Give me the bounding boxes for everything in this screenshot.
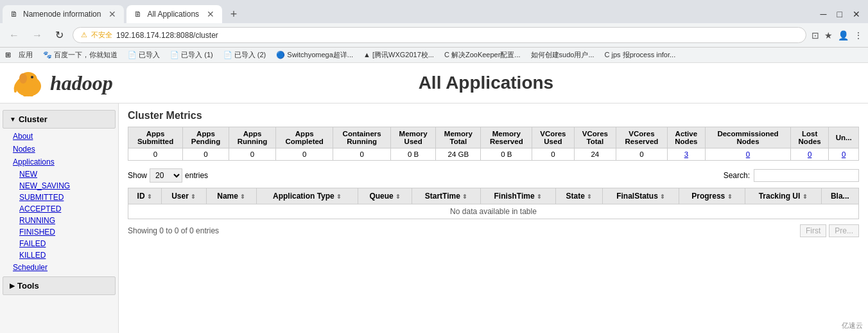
col-header-starttime[interactable]: StartTime ⇕ bbox=[412, 188, 481, 204]
metric-val-vcores-total: 24 bbox=[574, 148, 616, 161]
hadoop-elephant-icon bbox=[9, 67, 48, 99]
hadoop-logo: hadoop bbox=[9, 67, 113, 99]
col-header-bla: Bla... bbox=[821, 188, 858, 204]
tab-allapps-favicon: 🗎 bbox=[134, 10, 142, 19]
bookmark-sudo[interactable]: 如何创建sudo用户... bbox=[528, 50, 597, 60]
no-data-row: No data available in table bbox=[128, 204, 859, 219]
col-header-app-type[interactable]: Application Type ⇕ bbox=[256, 188, 358, 204]
sidebar: ▼ Cluster About Nodes Applications NEW N… bbox=[0, 104, 119, 333]
cluster-header[interactable]: ▼ Cluster bbox=[3, 110, 116, 129]
metric-header-vcores-used: VCoresUsed bbox=[532, 127, 575, 148]
col-header-state[interactable]: State ⇕ bbox=[555, 188, 603, 204]
url-bar[interactable]: ⚠ 不安全 192.168.174.128:8088/cluster bbox=[73, 27, 806, 43]
metric-val-memory-used: 0 B bbox=[391, 148, 436, 161]
translate-icon[interactable]: ⊡ bbox=[812, 30, 819, 40]
account-icon[interactable]: 👤 bbox=[838, 30, 849, 40]
metric-val-apps-completed: 0 bbox=[276, 148, 333, 161]
tab-namenode[interactable]: 🗎 Namenode information ✕ bbox=[3, 5, 124, 23]
metric-header-apps-submitted: AppsSubmitted bbox=[128, 127, 183, 148]
metric-header-active-nodes: ActiveNodes bbox=[667, 127, 705, 148]
tab-favicon: 🗎 bbox=[10, 10, 18, 19]
metrics-row: 0 0 0 0 0 0 B 24 GB 0 B 0 24 0 3 0 0 bbox=[128, 148, 859, 161]
content-area: ▼ Cluster About Nodes Applications NEW N… bbox=[0, 104, 868, 333]
watermark: 亿速云 bbox=[842, 321, 863, 330]
sidebar-item-applications[interactable]: Applications bbox=[0, 156, 118, 168]
bookmark-zookeeper[interactable]: C 解决ZooKeeper配置... bbox=[442, 50, 523, 60]
sidebar-item-about[interactable]: About bbox=[0, 130, 118, 143]
tab-allapps[interactable]: 🗎 All Applications ✕ bbox=[126, 5, 222, 23]
browser-icons: ⊡ ★ 👤 ⋮ bbox=[812, 30, 863, 40]
bookmark-imported1[interactable]: 📄 已导入 bbox=[125, 50, 162, 60]
metric-header-decommissioned-nodes: DecommissionedNodes bbox=[705, 127, 790, 148]
tab-allapps-close[interactable]: ✕ bbox=[207, 9, 214, 19]
page-header: hadoop All Applications bbox=[0, 63, 868, 104]
pagination-buttons: First Pre... bbox=[800, 224, 859, 237]
metric-val-un-nodes[interactable]: 0 bbox=[829, 148, 859, 161]
col-header-tracking-ui[interactable]: Tracking UI ⇕ bbox=[745, 188, 821, 204]
bookmark-icon[interactable]: ★ bbox=[824, 30, 833, 40]
back-button[interactable]: ← bbox=[5, 28, 23, 42]
menu-icon[interactable]: ⋮ bbox=[854, 30, 863, 40]
main-content: Cluster Metrics AppsSubmitted AppsPendin… bbox=[119, 104, 868, 333]
pagination-bar: Showing 0 to 0 of 0 entries First Pre... bbox=[128, 224, 859, 237]
entries-select[interactable]: 20 10 50 100 bbox=[150, 168, 182, 183]
bookmark-yingyong[interactable]: 应用 bbox=[16, 50, 35, 60]
bookmark-tencent[interactable]: ▲ [腾讯WXG2017校... bbox=[361, 50, 437, 60]
metric-val-active-nodes[interactable]: 3 bbox=[667, 148, 705, 161]
sidebar-item-failed[interactable]: FAILED bbox=[0, 238, 118, 249]
show-label: Show bbox=[128, 171, 147, 180]
metric-header-un-nodes: Un... bbox=[829, 127, 859, 148]
col-header-name[interactable]: Name ⇕ bbox=[206, 188, 256, 204]
sidebar-item-new[interactable]: NEW bbox=[0, 168, 118, 180]
no-data-message: No data available in table bbox=[128, 204, 859, 219]
bookmark-imported3[interactable]: 📄 已导入 (2) bbox=[221, 50, 269, 60]
bookmark-jps[interactable]: C jps 报process infor... bbox=[602, 50, 679, 60]
search-input[interactable] bbox=[754, 169, 859, 182]
sidebar-item-finished[interactable]: FINISHED bbox=[0, 226, 118, 238]
sidebar-item-new-saving[interactable]: NEW_SAVING bbox=[0, 180, 118, 192]
col-header-id[interactable]: ID ⇕ bbox=[128, 188, 162, 204]
sidebar-item-nodes[interactable]: Nodes bbox=[0, 143, 118, 156]
tools-section: ▶ Tools bbox=[0, 276, 118, 295]
metric-header-vcores-reserved: VCoresReserved bbox=[616, 127, 668, 148]
tab-namenode-close[interactable]: ✕ bbox=[108, 9, 116, 19]
sidebar-item-scheduler[interactable]: Scheduler bbox=[0, 261, 118, 274]
forward-button[interactable]: → bbox=[28, 28, 46, 42]
refresh-button[interactable]: ↻ bbox=[51, 28, 67, 42]
metric-val-memory-total: 24 GB bbox=[436, 148, 481, 161]
col-header-user[interactable]: User ⇕ bbox=[161, 188, 206, 204]
pagination-info: Showing 0 to 0 of 0 entries bbox=[128, 226, 219, 235]
metric-header-memory-reserved: MemoryReserved bbox=[481, 127, 532, 148]
col-header-progress[interactable]: Progress ⇕ bbox=[679, 188, 745, 204]
sidebar-item-killed[interactable]: KILLED bbox=[0, 249, 118, 261]
sidebar-item-running[interactable]: RUNNING bbox=[0, 215, 118, 226]
address-bar: ← → ↻ ⚠ 不安全 192.168.174.128:8088/cluster… bbox=[0, 23, 868, 48]
search-label: Search: bbox=[724, 171, 750, 180]
window-controls: ─ □ ✕ bbox=[820, 9, 868, 19]
cluster-label: Cluster bbox=[19, 114, 48, 124]
search-box: Search: bbox=[724, 169, 859, 182]
sidebar-item-submitted[interactable]: SUBMITTED bbox=[0, 192, 118, 203]
cluster-metrics-title: Cluster Metrics bbox=[128, 110, 859, 122]
previous-page-button[interactable]: Pre... bbox=[829, 224, 859, 237]
col-header-finalstatus[interactable]: FinalStatus ⇕ bbox=[603, 188, 679, 204]
metric-header-apps-pending: AppsPending bbox=[183, 127, 229, 148]
bookmark-baidu[interactable]: 🐾 百度一下，你就知道 bbox=[40, 50, 120, 60]
bookmarks-bar: ⊞ 应用 🐾 百度一下，你就知道 📄 已导入 📄 已导入 (1) 📄 已导入 (… bbox=[0, 48, 868, 63]
metric-val-apps-running: 0 bbox=[229, 148, 275, 161]
first-page-button[interactable]: First bbox=[800, 224, 826, 237]
page-title: All Applications bbox=[113, 73, 859, 93]
metric-val-memory-reserved: 0 B bbox=[481, 148, 532, 161]
tools-header[interactable]: ▶ Tools bbox=[3, 276, 116, 295]
bookmark-switchyomega[interactable]: 🔵 Switchyomega超详... bbox=[273, 50, 356, 60]
metric-val-decommissioned-nodes[interactable]: 0 bbox=[705, 148, 790, 161]
col-header-queue[interactable]: Queue ⇕ bbox=[358, 188, 412, 204]
cluster-section: ▼ Cluster About Nodes Applications NEW N… bbox=[0, 110, 118, 274]
metric-val-apps-submitted: 0 bbox=[128, 148, 183, 161]
col-header-finishtime[interactable]: FinishTime ⇕ bbox=[480, 188, 555, 204]
metric-val-containers-running: 0 bbox=[333, 148, 391, 161]
sidebar-item-accepted[interactable]: ACCEPTED bbox=[0, 203, 118, 215]
metric-val-lost-nodes[interactable]: 0 bbox=[791, 148, 829, 161]
bookmark-imported2[interactable]: 📄 已导入 (1) bbox=[168, 50, 216, 60]
new-tab-button[interactable]: + bbox=[225, 5, 243, 23]
